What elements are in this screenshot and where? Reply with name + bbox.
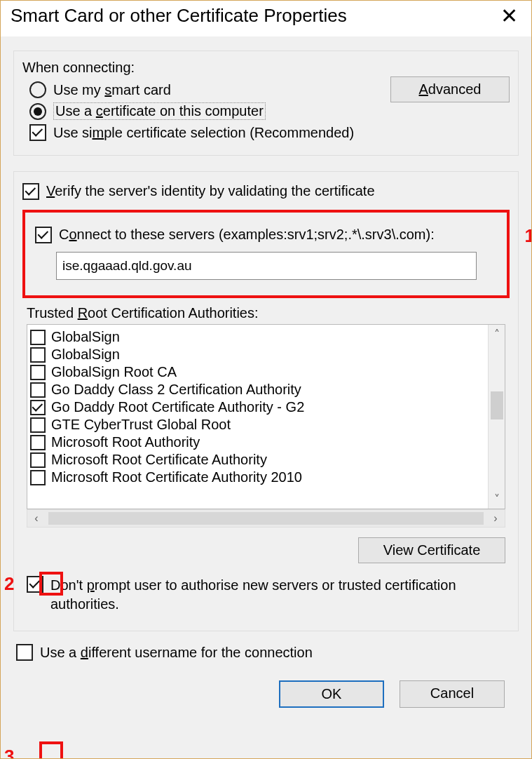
view-certificate-button[interactable]: View Certificate (358, 537, 505, 563)
advanced-button[interactable]: Advanced (390, 76, 510, 102)
ca-list-item[interactable]: GlobalSign (30, 347, 485, 363)
ca-list-item[interactable]: GlobalSign (30, 329, 485, 345)
vertical-scrollbar[interactable]: ˄ ˅ (488, 325, 505, 509)
ca-item-label: Go Daddy Class 2 Certification Authority (51, 382, 301, 398)
trusted-root-list[interactable]: GlobalSignGlobalSignGlobalSign Root CAGo… (27, 324, 505, 509)
scroll-right-icon[interactable]: › (486, 512, 505, 525)
ca-item-checkbox[interactable] (30, 470, 46, 485)
trusted-root-label: Trusted Root Certification Authorities: (27, 305, 510, 321)
scroll-up-icon[interactable]: ˄ (494, 325, 500, 344)
ca-list-item[interactable]: Go Daddy Class 2 Certification Authority (30, 382, 485, 398)
horizontal-scrollbar[interactable]: ‹ › (27, 509, 505, 528)
checkbox-verify-row: Verify the server's identity by validati… (22, 183, 510, 200)
radio-use-smart-card[interactable] (29, 81, 46, 98)
annotation-box-3 (39, 741, 63, 759)
radio-use-cert-row: Use a certificate on this computer (29, 102, 510, 120)
annotation-box-1: Connect to these servers (examples:srv1;… (22, 210, 510, 298)
radio-use-smart-card-label[interactable]: Use my smart card (53, 82, 171, 98)
hscroll-track[interactable] (48, 512, 484, 525)
ca-list-item[interactable]: GTE CyberTrust Global Root (30, 417, 485, 433)
ca-item-label: Go Daddy Root Certificate Authority - G2 (51, 399, 304, 415)
ca-item-checkbox[interactable] (30, 435, 46, 450)
ok-button[interactable]: OK (279, 680, 384, 708)
checkbox-dont-prompt-label[interactable]: Don't prompt user to authorise new serve… (50, 576, 505, 614)
checkbox-verify-identity[interactable] (22, 183, 39, 200)
dialog-body: When connecting: Use my smart card Use a… (1, 36, 531, 715)
ca-item-label: Microsoft Root Certificate Authority 201… (51, 469, 302, 485)
annotation-2: 2 (4, 573, 14, 595)
ca-item-checkbox[interactable] (30, 330, 46, 345)
checkbox-different-username-label[interactable]: Use a different username for the connect… (40, 645, 313, 661)
scroll-down-icon[interactable]: ˅ (494, 490, 500, 509)
checkbox-different-username[interactable] (16, 644, 33, 661)
ca-list-item[interactable]: Microsoft Root Certificate Authority (30, 452, 485, 468)
scroll-left-icon[interactable]: ‹ (27, 512, 46, 525)
checkbox-verify-identity-label[interactable]: Verify the server's identity by validati… (46, 183, 375, 199)
ca-item-label: GlobalSign (51, 347, 120, 363)
when-connecting-group: When connecting: Use my smart card Use a… (13, 51, 519, 156)
checkbox-dont-prompt[interactable] (27, 576, 43, 593)
close-icon[interactable]: ✕ (496, 6, 521, 27)
ca-item-checkbox[interactable] (30, 452, 46, 468)
ca-item-checkbox[interactable] (30, 400, 46, 415)
verify-group: Verify the server's identity by validati… (13, 171, 519, 631)
ca-item-checkbox[interactable] (30, 417, 46, 433)
ca-item-label: GTE CyberTrust Global Root (51, 417, 231, 433)
cancel-button[interactable]: Cancel (400, 680, 505, 708)
when-connecting-label: When connecting: (22, 60, 510, 76)
annotation-3: 3 (4, 746, 14, 759)
ca-item-checkbox[interactable] (30, 365, 46, 380)
checkbox-different-username-row: Use a different username for the connect… (16, 644, 519, 661)
checkbox-connect-servers-row: Connect to these servers (examples:srv1;… (35, 227, 494, 243)
dialog-title: Smart Card or other Certificate Properti… (11, 5, 347, 27)
ca-list-item[interactable]: GlobalSign Root CA (30, 364, 485, 380)
scroll-thumb[interactable] (491, 391, 503, 419)
titlebar: Smart Card or other Certificate Properti… (1, 1, 531, 36)
ca-list-item[interactable]: Microsoft Root Authority (30, 434, 485, 450)
checkbox-connect-servers-label[interactable]: Connect to these servers (examples:srv1;… (59, 227, 435, 243)
ca-item-label: Microsoft Root Certificate Authority (51, 452, 267, 468)
checkbox-simple-selection[interactable] (29, 124, 46, 141)
checkbox-simple-selection-row: Use simple certificate selection (Recomm… (29, 124, 510, 141)
ca-list-item[interactable]: Microsoft Root Certificate Authority 201… (30, 469, 485, 485)
servers-input[interactable] (56, 252, 477, 280)
checkbox-connect-servers[interactable] (35, 227, 52, 243)
ca-item-checkbox[interactable] (30, 382, 46, 398)
dialog-footer: OK Cancel (13, 680, 519, 708)
ca-item-label: GlobalSign (51, 329, 120, 345)
ca-item-checkbox[interactable] (30, 347, 46, 363)
ca-item-label: Microsoft Root Authority (51, 434, 200, 450)
ca-list-item[interactable]: Go Daddy Root Certificate Authority - G2 (30, 399, 485, 415)
annotation-1: 1 (525, 225, 532, 247)
checkbox-dont-prompt-row: Don't prompt user to authorise new serve… (27, 576, 505, 614)
radio-use-cert-label[interactable]: Use a certificate on this computer (53, 102, 266, 120)
ca-item-label: GlobalSign Root CA (51, 364, 177, 380)
checkbox-simple-selection-label[interactable]: Use simple certificate selection (Recomm… (53, 125, 354, 141)
radio-use-cert[interactable] (29, 103, 46, 120)
